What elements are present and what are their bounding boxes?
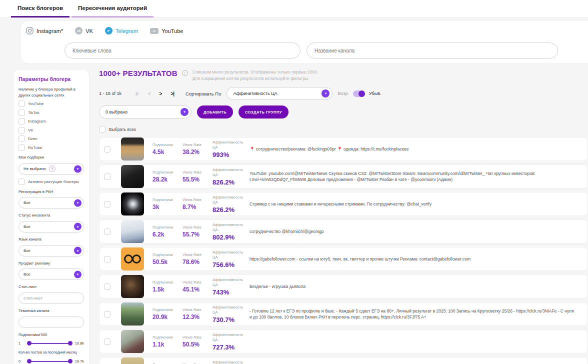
checkbox-rutube[interactable]: RuTube — [18, 144, 84, 151]
next-page-button[interactable]: > — [154, 91, 166, 96]
affinity-value: 993% — [212, 151, 248, 158]
row-checkbox[interactable] — [104, 311, 110, 318]
tab-blogger-search[interactable]: Поиск блогеров — [11, 0, 70, 18]
result-row[interactable]: Подписчики20.9k Views Rate12.3% Аффинити… — [99, 302, 588, 326]
network-youtube[interactable]: YouTube — [150, 28, 183, 34]
results-note: Слишком много результатов. Отображены то… — [192, 69, 318, 82]
result-row[interactable]: Подписчики6.2k Views Rate55.7% Аффинитив… — [99, 220, 588, 244]
checkbox[interactable] — [18, 178, 25, 185]
checkbox-dzen[interactable]: Dzen — [18, 136, 84, 142]
result-row[interactable]: Подписчики1.1k Views Rate50.5% Аффинитив… — [99, 330, 588, 354]
checkbox[interactable] — [18, 118, 25, 124]
keywords-input[interactable] — [64, 42, 300, 58]
subscribers-label: Подписчики — [152, 280, 182, 285]
instagram-icon — [26, 27, 34, 34]
prev-page-button[interactable]: < — [144, 91, 155, 96]
avatar[interactable] — [121, 330, 144, 353]
slider-handle[interactable] — [68, 359, 72, 364]
avatar[interactable] — [121, 165, 144, 188]
avatar[interactable] — [121, 220, 144, 243]
checkbox[interactable] — [18, 144, 25, 151]
slider-handle[interactable] — [27, 359, 32, 364]
network-telegram[interactable]: Telegram — [105, 27, 138, 34]
checkbox-youtube[interactable]: YouTube — [18, 100, 84, 107]
sells-ads-select[interactable]: Все▾ — [18, 268, 84, 280]
tab-audience-overlap[interactable]: Пересечения аудиторий — [72, 0, 154, 18]
network-label: YouTube — [162, 28, 183, 34]
checkbox[interactable] — [18, 127, 25, 134]
slider-handle[interactable] — [68, 341, 72, 346]
avatar[interactable] — [121, 192, 144, 216]
checkbox-vk[interactable]: VK — [18, 127, 84, 134]
row-checkbox[interactable] — [104, 228, 110, 235]
help-icon[interactable]: ? — [49, 166, 56, 172]
avatar[interactable]: extndsound — [121, 358, 144, 364]
slider-handle[interactable] — [27, 341, 32, 346]
rkn-select[interactable]: Все▾ — [18, 197, 84, 208]
affinity-label: Аффинитивность ЦА — [212, 195, 248, 205]
sort-select[interactable]: Аффинитивность ЦА▾ — [226, 87, 332, 100]
network-vk[interactable]: VK VK — [75, 27, 93, 34]
avatar[interactable] — [121, 302, 144, 326]
last-page-button[interactable]: >| — [166, 91, 178, 96]
network-label: VK — [86, 28, 93, 34]
result-row[interactable]: Подписчики4.5k Views Rate38.2% Аффинитив… — [99, 137, 588, 161]
my-collections-select[interactable]: Не выбрано ? ▾ — [18, 163, 84, 174]
row-checkbox[interactable] — [104, 201, 110, 208]
chevron-down-icon: ▾ — [74, 247, 82, 254]
checkbox[interactable] — [18, 136, 25, 142]
avatar[interactable] — [121, 275, 144, 298]
subscribers-value: 3k — [152, 204, 182, 210]
avatar[interactable] — [121, 138, 144, 160]
add-button[interactable]: ДОБАВИТЬ — [197, 106, 233, 118]
subscribers-label: Подписчики — [152, 252, 182, 258]
affinity-value: 802.9% — [212, 234, 248, 241]
network-instagram[interactable]: Instagram* — [26, 27, 63, 34]
row-checkbox[interactable] — [104, 146, 110, 152]
channel-name-input[interactable] — [306, 42, 558, 58]
glasses-icon — [121, 248, 144, 270]
vk-icon: VK — [75, 27, 82, 34]
chevron-down-icon: ▾ — [180, 108, 188, 116]
first-page-button[interactable]: |< — [131, 91, 144, 96]
views-rate-value: 8.7% — [182, 204, 212, 210]
checkbox-tiktok[interactable]: TikTok — [18, 110, 84, 116]
result-row[interactable]: Подписчики1.5k Views Rate45.1% Аффинитив… — [99, 274, 588, 298]
row-checkbox[interactable] — [104, 284, 110, 290]
result-row[interactable]: Подписчики3k Views Rate8.7% Аффинитивнос… — [99, 192, 588, 216]
sort-direction-toggle[interactable] — [353, 90, 365, 97]
row-checkbox[interactable] — [104, 338, 110, 345]
channel-description: https://gabefollower.com - ссылки на юту… — [248, 256, 580, 262]
select-all[interactable]: Выбрать всех — [99, 126, 588, 132]
checkbox[interactable] — [18, 100, 25, 107]
channel-description: - Готовлю 12 лет к ЕГЭ по профилю и базе… — [248, 308, 580, 321]
channel-theme-input[interactable] — [18, 316, 84, 328]
sort-by-label: Сортировать По — [186, 91, 222, 96]
result-row[interactable]: Подписчики50.5k Views Rate78.6% Аффинити… — [99, 247, 588, 271]
result-row[interactable]: Подписчики28.2k Views Rate55.5% Аффинити… — [99, 164, 588, 188]
chevron-down-icon: ▾ — [74, 199, 82, 206]
create-group-button[interactable]: СОЗДАТЬ ГРУППУ — [238, 106, 288, 118]
subscribers-range-slider[interactable] — [28, 343, 72, 344]
channel-description: Стример с не нищими ставками и интересны… — [248, 201, 580, 208]
foreign-agent-select[interactable]: Все▾ — [18, 221, 84, 232]
selected-count-select[interactable]: 0 выбрано▾ — [99, 106, 192, 118]
stoplist-input[interactable]: Стоп-лист — [18, 292, 84, 304]
subscribers-value: 20.9k — [152, 314, 182, 320]
result-row[interactable]: extndsound Подписчики5.3k Views Rate23.6… — [99, 357, 588, 364]
avatar[interactable] — [121, 248, 144, 270]
checkbox-growing-bloggers[interactable]: Активно растущие блогеры — [18, 178, 84, 185]
row-checkbox[interactable] — [104, 256, 110, 262]
channel-language-select[interactable]: Все▾ — [18, 245, 84, 256]
affinity-label: Аффинитивность ЦА — [212, 305, 248, 315]
posts-slider-block: Кол-во постов за последний месяц 019.7k — [18, 350, 84, 364]
checkbox[interactable] — [18, 110, 25, 116]
checkbox-instagram[interactable]: Instagram — [18, 118, 84, 124]
row-checkbox[interactable] — [104, 174, 110, 180]
affinity-value: 727.3% — [212, 344, 248, 351]
select-all-checkbox[interactable] — [99, 126, 106, 132]
network-label: Instagram* — [36, 28, 63, 34]
channel-description: YouTube: youtube.com/@MrTwisterNews Скуп… — [248, 170, 580, 184]
affinity-label: Аффинитивность ЦА — [212, 360, 248, 364]
posts-range-slider[interactable] — [28, 361, 72, 362]
